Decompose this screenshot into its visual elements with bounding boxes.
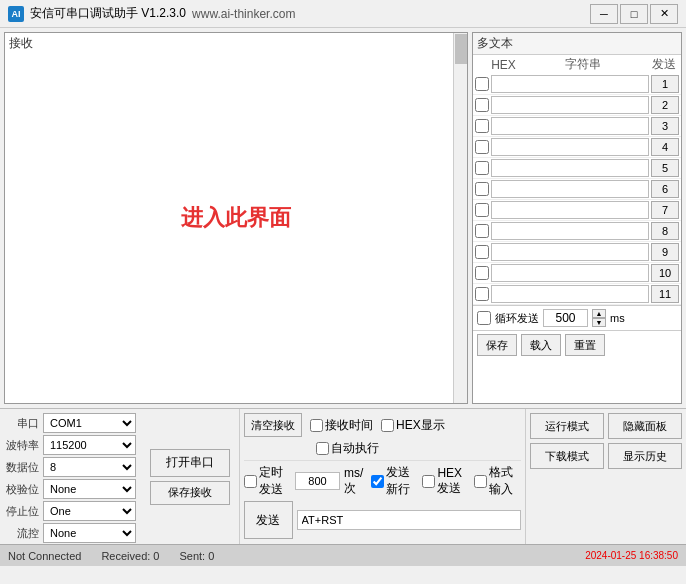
data-select[interactable]: 8 [43,457,136,477]
multi-send-btn[interactable]: 6 [651,180,679,198]
cycle-up-btn[interactable]: ▲ [592,309,606,318]
hide-panel-button[interactable]: 隐藏面板 [608,413,682,439]
connection-status: Not Connected [8,550,81,562]
control-area: 串口 COM1 波特率 115200 数据位 8 校验位 None 停止位 [0,408,686,544]
cycle-checkbox[interactable] [477,311,491,325]
save-multi-button[interactable]: 保存 [477,334,517,356]
multi-bottom: 保存 载入 重置 [473,330,681,359]
send-newline-checkbox[interactable] [371,475,384,488]
stop-select[interactable]: One [43,501,136,521]
hex-send-checkbox[interactable] [422,475,435,488]
send-text-input[interactable] [297,510,521,530]
cycle-spinner[interactable]: ▲ ▼ [592,309,606,327]
timed-value-input[interactable] [295,472,340,490]
multi-send-btn[interactable]: 7 [651,201,679,219]
timed-send-label[interactable]: 定时发送 [244,464,291,498]
save-recv-button[interactable]: 保存接收 [150,481,230,505]
dl-mode-button[interactable]: 下载模式 [530,443,604,469]
multi-row-input[interactable] [491,75,649,93]
multi-row-input[interactable] [491,138,649,156]
multi-row-input[interactable] [491,96,649,114]
multi-send-btn[interactable]: 9 [651,243,679,261]
minimize-button[interactable]: ─ [590,4,618,24]
flow-select[interactable]: None [43,523,136,543]
hex-send-label[interactable]: HEX发送 [422,466,470,497]
multi-row-input[interactable] [491,285,649,303]
multi-row-checkbox[interactable] [475,77,489,91]
multi-send-btn[interactable]: 11 [651,285,679,303]
multi-row-checkbox[interactable] [475,98,489,112]
auto-exec-text: 自动执行 [331,440,379,457]
multi-row-checkbox[interactable] [475,287,489,301]
multi-row-checkbox[interactable] [475,203,489,217]
baud-select[interactable]: 115200 [43,435,136,455]
stop-label: 停止位 [4,504,39,519]
multi-row-checkbox[interactable] [475,119,489,133]
multi-send-btn[interactable]: 5 [651,159,679,177]
title-left: AI 安信可串口调试助手 V1.2.3.0 www.ai-thinker.com [8,5,295,22]
cycle-value-input[interactable]: 500 [543,309,588,327]
format-input-label[interactable]: 格式输入 [474,464,521,498]
hex-header: HEX [491,58,516,72]
run-mode-button[interactable]: 运行模式 [530,413,604,439]
status-bar: Not Connected Received: 0 Sent: 0 2024-0… [0,544,686,566]
multi-row-input[interactable] [491,159,649,177]
cycle-down-btn[interactable]: ▼ [592,318,606,327]
hex-display-label[interactable]: HEX显示 [381,417,445,434]
auto-exec-checkbox[interactable] [316,442,329,455]
multi-row: 5 [473,158,681,179]
open-port-area: 打开串口 保存接收 [140,409,240,544]
multi-row-input[interactable] [491,264,649,282]
hex-display-checkbox[interactable] [381,419,394,432]
load-multi-button[interactable]: 载入 [521,334,561,356]
multi-send-btn[interactable]: 8 [651,222,679,240]
main-area: 接收 进入此界面 多文本 HEX 字符串 发送 1 2 3 4 [0,28,686,408]
hex-send-text: HEX发送 [437,466,470,497]
multi-send-btn[interactable]: 1 [651,75,679,93]
multi-row-checkbox[interactable] [475,224,489,238]
multi-row-input[interactable] [491,243,649,261]
data-label: 数据位 [4,460,39,475]
window-controls: ─ □ ✕ [590,4,678,24]
auto-exec-label[interactable]: 自动执行 [316,440,379,457]
format-input-checkbox[interactable] [474,475,487,488]
str-header: 字符串 [518,56,647,73]
check-select[interactable]: None [43,479,136,499]
multi-col-headers: HEX 字符串 发送 [473,55,681,74]
send-newline-label[interactable]: 发送新行 [371,464,418,498]
show-history-button[interactable]: 显示历史 [608,443,682,469]
port-select[interactable]: COM1 [43,413,136,433]
scrollbar-thumb[interactable] [455,34,467,64]
multi-row-input[interactable] [491,222,649,240]
multi-row-checkbox[interactable] [475,161,489,175]
multi-send-btn[interactable]: 10 [651,264,679,282]
reset-multi-button[interactable]: 重置 [565,334,605,356]
clear-recv-button[interactable]: 清空接收 [244,413,302,437]
scrollbar[interactable] [453,33,467,403]
multi-row: 7 [473,200,681,221]
multi-send-btn[interactable]: 4 [651,138,679,156]
maximize-button[interactable]: □ [620,4,648,24]
multi-row-input[interactable] [491,180,649,198]
multi-row-checkbox[interactable] [475,266,489,280]
receive-label: 接收 [9,35,33,52]
send-button[interactable]: 发送 [244,501,293,539]
multi-send-btn[interactable]: 3 [651,117,679,135]
multi-row-input[interactable] [491,117,649,135]
close-button[interactable]: ✕ [650,4,678,24]
timed-send-checkbox[interactable] [244,475,257,488]
multi-row-input[interactable] [491,201,649,219]
multi-row-checkbox[interactable] [475,182,489,196]
multi-row-checkbox[interactable] [475,245,489,259]
recv-time-checkbox[interactable] [310,419,323,432]
multi-send-btn[interactable]: 2 [651,96,679,114]
app-website: www.ai-thinker.com [192,7,295,21]
hex-display-text: HEX显示 [396,417,445,434]
check-row: 校验位 None [4,479,136,499]
multi-row-checkbox[interactable] [475,140,489,154]
recv-time-label[interactable]: 接收时间 [310,417,373,434]
open-port-button[interactable]: 打开串口 [150,449,230,477]
mode-row1: 运行模式 隐藏面板 [530,413,682,439]
format-input-text: 格式输入 [489,464,521,498]
port-row: 串口 COM1 [4,413,136,433]
